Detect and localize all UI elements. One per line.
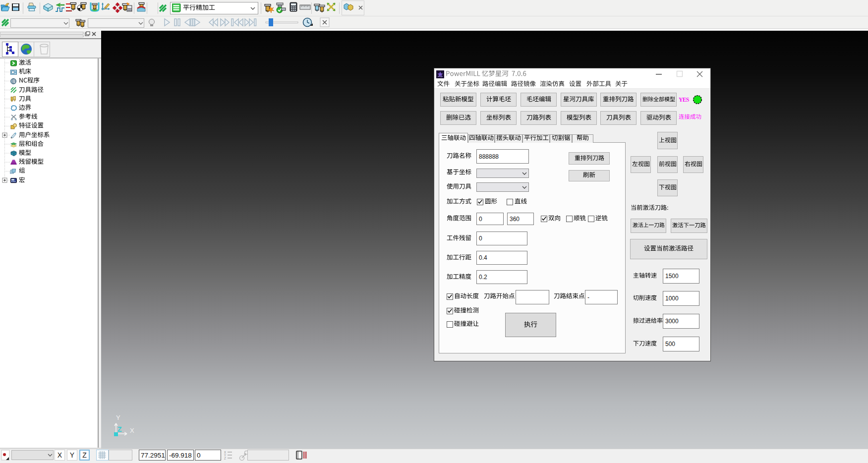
svg-text:Z: Z	[117, 425, 122, 433]
svg-text:Y: Y	[116, 414, 120, 421]
svg-text:Z: Z	[224, 457, 226, 461]
svg-text:X: X	[130, 427, 134, 434]
